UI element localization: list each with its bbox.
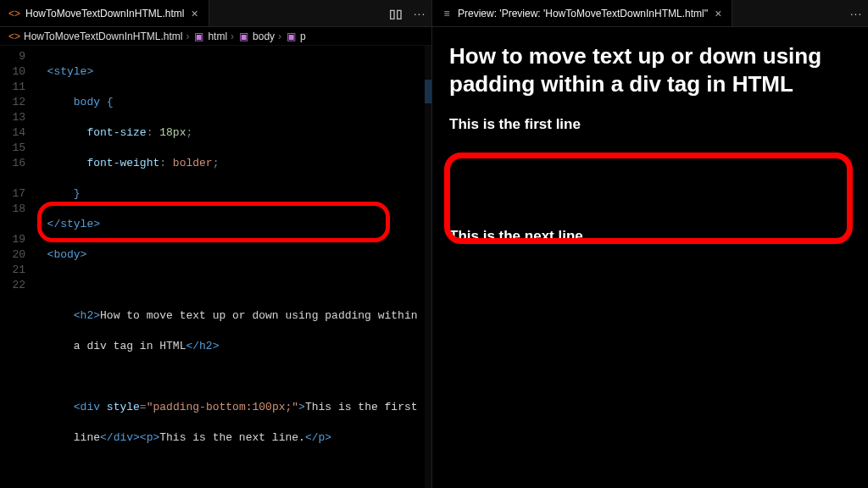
chevron-right-icon: ›: [278, 30, 281, 42]
breadcrumb-html[interactable]: html: [208, 30, 227, 42]
more-icon[interactable]: ···: [844, 2, 868, 25]
file-icon: <>: [8, 8, 20, 19]
tab-file-label: HowToMoveTextDownInHTML.html: [25, 8, 184, 19]
close-icon[interactable]: ×: [189, 7, 199, 20]
preview-highlight-annotation: [444, 152, 853, 244]
cube-icon: ▣: [237, 30, 249, 42]
breadcrumb-body[interactable]: body: [253, 30, 275, 42]
tab-file[interactable]: <> HowToMoveTextDownInHTML.html ×: [0, 0, 209, 26]
preview-first-line: This is the first line: [449, 116, 851, 133]
tab-preview[interactable]: ≡ Preview: 'Preview: 'HowToMoveTextDownI…: [432, 0, 732, 26]
tabbar-left: <> HowToMoveTextDownInHTML.html × ▯▯ ···: [0, 0, 431, 27]
breadcrumb-p[interactable]: p: [300, 30, 306, 42]
close-icon[interactable]: ×: [713, 7, 723, 20]
breadcrumb-file[interactable]: HowToMoveTextDownInHTML.html: [24, 30, 182, 42]
preview-content: How to move text up or down using paddin…: [432, 27, 868, 488]
more-icon[interactable]: ···: [408, 2, 431, 25]
code-editor[interactable]: 91011 121314 151617 181920 2122 <style> …: [0, 46, 431, 488]
file-icon: <>: [8, 30, 20, 42]
editor-pane: <> HowToMoveTextDownInHTML.html × ▯▯ ···…: [0, 0, 432, 488]
preview-icon: ≡: [441, 8, 453, 19]
breadcrumb[interactable]: <> HowToMoveTextDownInHTML.html › ▣ html…: [0, 27, 431, 46]
minimap-thumb[interactable]: [425, 80, 431, 103]
minimap[interactable]: [425, 46, 431, 488]
chevron-right-icon: ›: [231, 30, 234, 42]
line-gutter: 91011 121314 151617 181920 2122: [0, 46, 34, 488]
cube-icon: ▣: [192, 30, 204, 42]
chevron-right-icon: ›: [186, 30, 189, 42]
tabbar-right: ≡ Preview: 'Preview: 'HowToMoveTextDownI…: [432, 0, 868, 27]
cube-icon: ▣: [285, 30, 297, 42]
preview-heading: How to move text up or down using paddin…: [449, 42, 851, 97]
split-editor-icon[interactable]: ▯▯: [384, 2, 408, 25]
tab-preview-label: Preview: 'Preview: 'HowToMoveTextDownInH…: [458, 8, 708, 19]
code-content[interactable]: <style> body { font-size: 18px; font-wei…: [34, 46, 431, 488]
preview-pane: ≡ Preview: 'Preview: 'HowToMoveTextDownI…: [432, 0, 868, 488]
